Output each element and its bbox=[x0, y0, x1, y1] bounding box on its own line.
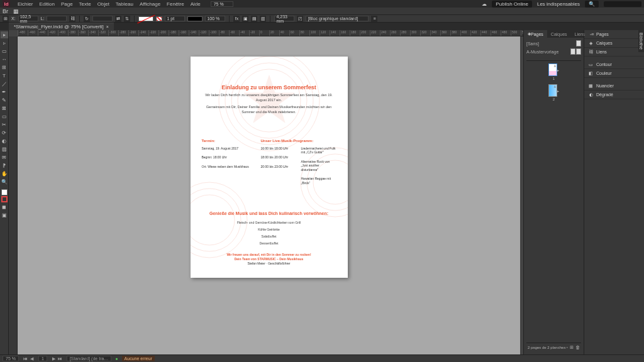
status-layer[interactable]: [Standard] (de tra… bbox=[67, 356, 111, 361]
first-page-icon[interactable]: ⏮ bbox=[23, 356, 28, 361]
wrap3-icon[interactable]: ▥ bbox=[260, 16, 266, 22]
links-icon: ⛓ bbox=[588, 49, 594, 55]
menu-table[interactable]: Tableau bbox=[116, 1, 133, 7]
new-page-icon[interactable]: ⊞ bbox=[570, 345, 574, 350]
status-page[interactable]: 1 bbox=[38, 356, 47, 361]
apply-color-icon[interactable]: ◼ bbox=[1, 204, 8, 211]
side-gradient[interactable]: ◐Dégradé bbox=[584, 90, 644, 99]
stroke-swatch[interactable] bbox=[156, 16, 162, 21]
pasteboard[interactable]: Einladung zu unserem Sommerfest Wir lade… bbox=[18, 36, 520, 354]
scissors-tool[interactable]: ✂ bbox=[1, 121, 8, 128]
zoom-tool[interactable]: 🔍 bbox=[1, 178, 8, 185]
document-page[interactable]: Einladung zu unserem Sommerfest Wir lade… bbox=[191, 57, 348, 278]
prev-page-icon[interactable]: ◀ bbox=[29, 356, 35, 361]
rect-frame-tool[interactable]: ⊠ bbox=[1, 105, 8, 112]
rect-tool[interactable]: ▭ bbox=[1, 113, 8, 120]
corner-icon[interactable]: ◰ bbox=[297, 16, 303, 22]
content-collector-tool[interactable]: ⊞ bbox=[1, 64, 8, 71]
side-stroke[interactable]: ▭Contour bbox=[584, 60, 644, 69]
corner-field[interactable]: 4,233 mm bbox=[274, 16, 294, 21]
line-tool[interactable]: ／ bbox=[1, 80, 8, 87]
status-zoom[interactable]: 75 % bbox=[3, 356, 19, 361]
menu-view[interactable]: Affichage bbox=[140, 1, 160, 7]
stroke-color[interactable] bbox=[1, 196, 8, 202]
align-icon[interactable]: ≡ bbox=[371, 16, 377, 22]
cloud-icon[interactable]: ☁ bbox=[482, 1, 487, 7]
search-icon[interactable]: 🔍 bbox=[585, 1, 599, 8]
wrap-icon[interactable]: ▣ bbox=[242, 16, 248, 22]
bridge-icon[interactable]: Br bbox=[3, 8, 8, 14]
direct-select-tool[interactable]: ▹ bbox=[1, 40, 8, 47]
prog-time: 20:00 bis 23:00 Uhr bbox=[261, 165, 296, 169]
libraries-tab[interactable]: Bibliothè bbox=[638, 30, 644, 52]
selection-tool[interactable]: ▸ bbox=[1, 31, 8, 38]
pencil-tool[interactable]: ✎ bbox=[1, 97, 8, 104]
x-field[interactable]: 102,5 mm bbox=[18, 16, 38, 21]
workspace-dropdown[interactable]: Les indispensables bbox=[537, 1, 580, 7]
master-none[interactable]: [Sans] bbox=[526, 41, 539, 46]
panel-tab-pages[interactable]: ◈ Pages bbox=[524, 30, 547, 38]
menu-help[interactable]: Aide bbox=[191, 1, 201, 7]
fill-color[interactable] bbox=[1, 189, 8, 195]
termin-heading: Termin: bbox=[202, 139, 252, 143]
side-color[interactable]: ◧Couleur bbox=[584, 69, 644, 78]
page-tool[interactable]: ▭ bbox=[1, 48, 8, 55]
menu-object[interactable]: Objet bbox=[97, 1, 109, 7]
screen-mode-icon[interactable]: ▣ bbox=[1, 212, 8, 219]
edit-page-icon[interactable]: ▫ bbox=[567, 345, 568, 350]
note-tool[interactable]: ✉ bbox=[1, 154, 8, 161]
object-style-dropdown[interactable]: [Bloc graphique standard] bbox=[306, 16, 369, 21]
flip-h-icon[interactable]: ⇄ bbox=[115, 16, 121, 22]
stroke-weight[interactable]: 1 pt bbox=[165, 16, 185, 21]
side-pages[interactable]: ▫Pages bbox=[584, 30, 644, 39]
master-a[interactable]: A-Mustervorlage bbox=[526, 50, 558, 54]
pages-count-label: 2 pages de 2 planches bbox=[528, 346, 565, 349]
prog-heading: Unser Live-Musik-Programm: bbox=[261, 139, 336, 143]
side-swatches[interactable]: ▦Nuancier bbox=[584, 82, 644, 90]
menu-file[interactable]: Eichier bbox=[18, 1, 33, 7]
gap-tool[interactable]: ↔ bbox=[1, 56, 8, 63]
angle-field[interactable] bbox=[92, 16, 113, 21]
publish-button[interactable]: Publish Online bbox=[492, 1, 532, 8]
w-field[interactable] bbox=[47, 16, 67, 21]
panel-tab-layers[interactable]: Calques bbox=[547, 30, 571, 38]
transform-tool[interactable]: ⟳ bbox=[1, 129, 8, 136]
menu-edit[interactable]: Edition bbox=[39, 1, 54, 7]
footer-line-1: Wir freuen uns darauf, mit Dir in den So… bbox=[202, 253, 336, 257]
eyedropper-tool[interactable]: ⁋ bbox=[1, 162, 8, 169]
fill-swatch[interactable] bbox=[138, 16, 153, 21]
wrap2-icon[interactable]: ▤ bbox=[251, 16, 257, 22]
next-page-icon[interactable]: ▶ bbox=[51, 356, 57, 361]
link-wh-icon[interactable]: ⛓ bbox=[69, 16, 75, 22]
gradient-feather-tool[interactable]: ▨ bbox=[1, 146, 8, 153]
document-tab[interactable]: *Starmusic_Flyer.indd @ 75% [Converti] × bbox=[9, 23, 114, 30]
tint-field[interactable]: 100 % bbox=[205, 16, 225, 21]
side-layers[interactable]: ◈Calques bbox=[584, 39, 644, 48]
effects-icon[interactable]: fx bbox=[233, 16, 240, 22]
last-page-icon[interactable]: ⏭ bbox=[57, 356, 63, 361]
page-thumb-1[interactable]: A bbox=[548, 63, 557, 76]
delete-page-icon[interactable]: 🗑 bbox=[575, 345, 580, 350]
preflight-icon[interactable]: ● bbox=[115, 356, 118, 361]
zoom-dropdown[interactable]: 75 % bbox=[211, 1, 233, 7]
prog-time: 16:00 bis 18:00 Uhr bbox=[261, 146, 296, 151]
side-links[interactable]: ⛓Liens bbox=[584, 48, 644, 57]
gradient-swatch-tool[interactable]: ◐ bbox=[1, 138, 8, 145]
status-error[interactable]: Aucune erreur bbox=[122, 356, 155, 361]
page-title: Einladung zu unserem Sommerfest bbox=[202, 84, 336, 90]
hand-tool[interactable]: ✋ bbox=[1, 170, 8, 177]
menu-window[interactable]: Fenêtre bbox=[167, 1, 184, 7]
arrange-icons[interactable]: ▦ bbox=[13, 8, 19, 14]
pen-tool[interactable]: ✒ bbox=[1, 89, 8, 96]
page-nav: ⏮ ◀ bbox=[23, 356, 35, 361]
flip-v-icon[interactable]: ⇅ bbox=[124, 16, 130, 22]
menu-text[interactable]: Texte bbox=[79, 1, 91, 7]
page-thumb-2[interactable]: A bbox=[548, 84, 557, 97]
stroke-style[interactable] bbox=[187, 16, 203, 21]
stock-search-input[interactable] bbox=[604, 1, 641, 7]
menu-page[interactable]: Page bbox=[61, 1, 73, 7]
type-tool[interactable]: T bbox=[1, 72, 8, 79]
rotate-icon[interactable]: ↻ bbox=[84, 16, 90, 22]
close-tab-icon[interactable]: × bbox=[106, 25, 109, 29]
ref-point-icon[interactable]: ⊞ bbox=[3, 16, 9, 22]
